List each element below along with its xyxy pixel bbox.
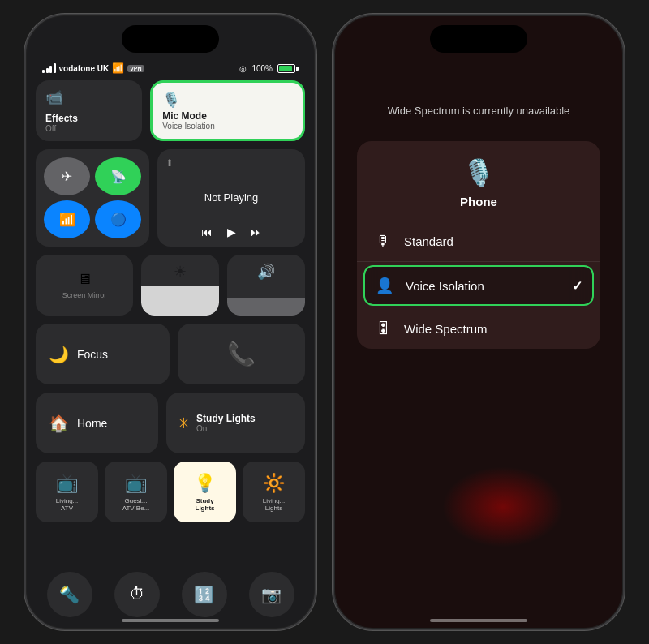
np-controls: ⏮ ▶ ⏭ xyxy=(165,225,297,238)
mic-card-icon: 🎙️ xyxy=(462,157,495,188)
bottom-toolbar: 🔦 ⏱ 🔢 📷 xyxy=(36,568,305,620)
status-bar-left: vodafone UK 📶 VPN ◎ 100% xyxy=(26,60,315,76)
mic-mode-tile[interactable]: 🎙️ Mic Mode Voice Isolation xyxy=(150,80,305,141)
location-icon: ◎ xyxy=(239,64,247,73)
study-lights-tile[interactable]: ✳ Study Lights On xyxy=(166,393,305,453)
effects-tile[interactable]: 📹 Effects Off xyxy=(36,80,142,141)
wide-spectrum-label: Wide Spectrum xyxy=(404,322,584,336)
app-label-study-lights: StudyLights xyxy=(196,497,215,512)
mic-card-label: Phone xyxy=(460,195,497,208)
cc-content: 📹 Effects Off 🎙️ Mic Mode Voice Isolatio… xyxy=(36,80,305,564)
focus-icon: 🌙 xyxy=(49,345,69,364)
screen-mirror-tile[interactable]: 🖥 Screen Mirror xyxy=(36,255,133,316)
app-label-living-lights: Living...Lights xyxy=(263,497,286,512)
np-play-btn[interactable]: ▶ xyxy=(227,225,236,238)
airplane-mode-btn[interactable]: ✈ xyxy=(44,157,90,195)
standard-option[interactable]: 🎙 Standard xyxy=(357,221,600,262)
effects-icon: 📹 xyxy=(45,88,63,106)
voice-isolation-option[interactable]: 👤 Voice Isolation ✓ xyxy=(363,265,594,306)
volume-icon: 🔊 xyxy=(257,263,275,281)
apple-tv-icon-1: 📺 xyxy=(56,473,78,494)
focus-label: Focus xyxy=(77,348,108,361)
vpn-badge: VPN xyxy=(127,65,144,72)
cc-content-right: Wide Spectrum is currently unavailable 🎙… xyxy=(334,80,623,629)
mic-card-header: 🎙️ Phone xyxy=(357,141,600,221)
home-label: Home xyxy=(77,417,107,430)
lamp-icon: 🔆 xyxy=(263,473,285,494)
status-right: ◎ 100% xyxy=(239,64,299,73)
connectivity-tile: ✈ 📡 📶 🔵 xyxy=(36,149,149,247)
red-glow xyxy=(442,466,564,547)
mid-row: ✈ 📡 📶 🔵 ⬆ Not Playing ⏮ ▶ ⏭ xyxy=(36,149,305,247)
focus-row: 🌙 Focus 📞 xyxy=(36,324,305,384)
bulb-icon: 💡 xyxy=(194,473,216,494)
volume-fill xyxy=(227,298,305,316)
home-icon: 🏠 xyxy=(49,414,69,433)
np-prev-btn[interactable]: ⏮ xyxy=(201,225,213,238)
voice-isolation-icon: 👤 xyxy=(375,277,394,294)
unavailable-text: Wide Spectrum is currently unavailable xyxy=(388,105,570,117)
screen-mirror-label: Screen Mirror xyxy=(62,291,107,299)
battery-pct: 100% xyxy=(251,64,273,73)
study-lights-sub: On xyxy=(196,424,256,433)
np-next-btn[interactable]: ⏭ xyxy=(251,225,262,238)
mic-icon: 🎙️ xyxy=(162,91,180,109)
left-phone: vodafone UK 📶 VPN ◎ 100% Phone › 📹 Effec… xyxy=(24,14,316,630)
status-left: vodafone UK 📶 VPN xyxy=(42,62,144,74)
phone-dialer-tile[interactable]: 📞 xyxy=(178,324,305,384)
mic-label: Mic Mode xyxy=(162,110,215,122)
timer-btn[interactable]: ⏱ xyxy=(114,572,160,617)
wifi-icon: 📶 xyxy=(112,62,124,74)
dynamic-island-right xyxy=(430,25,527,53)
voice-isolation-label: Voice Isolation xyxy=(406,279,561,293)
wide-spectrum-icon: 🎛 xyxy=(373,320,393,337)
home-indicator-right xyxy=(430,619,527,622)
dynamic-island-left xyxy=(122,25,219,53)
standard-icon: 🎙 xyxy=(373,233,393,250)
home-row: 🏠 Home ✳ Study Lights On xyxy=(36,393,305,453)
home-indicator-left xyxy=(122,619,219,622)
app-label-guest-atv: Guest...ATV Be... xyxy=(122,497,150,512)
app-tile-living-lights[interactable]: 🔆 Living...Lights xyxy=(243,462,305,522)
app-tile-study-lights[interactable]: 💡 StudyLights xyxy=(174,462,236,522)
battery-icon xyxy=(277,64,299,73)
screen-mirror-icon: 🖥 xyxy=(77,271,92,288)
app-label-living-atv: Living...ATV xyxy=(56,497,79,512)
phone-dialer-icon: 📞 xyxy=(227,341,256,367)
np-label: Not Playing xyxy=(165,191,297,204)
effects-sub: Off xyxy=(45,124,78,133)
home-tile[interactable]: 🏠 Home xyxy=(36,393,158,453)
camera-btn[interactable]: 📷 xyxy=(249,572,294,617)
mic-sub: Voice Isolation xyxy=(162,122,215,131)
brightness-fill xyxy=(141,286,219,316)
tools-row: 🖥 Screen Mirror ☀ 🔊 xyxy=(36,255,305,316)
right-phone: Wide Spectrum is currently unavailable 🎙… xyxy=(333,14,625,630)
bluetooth-btn[interactable]: 🔵 xyxy=(95,200,141,238)
study-lights-icon: ✳ xyxy=(178,414,190,432)
cellular-btn[interactable]: 📡 xyxy=(95,157,141,195)
app-tile-guest-atv[interactable]: 📺 Guest...ATV Be... xyxy=(105,462,167,522)
top-row: 📹 Effects Off 🎙️ Mic Mode Voice Isolatio… xyxy=(36,80,305,141)
flashlight-btn[interactable]: 🔦 xyxy=(47,572,92,617)
volume-tile[interactable]: 🔊 xyxy=(227,255,305,316)
app-tile-living-atv[interactable]: 📺 Living...ATV xyxy=(36,462,98,522)
focus-tile[interactable]: 🌙 Focus xyxy=(36,324,170,384)
brightness-icon: ☀ xyxy=(174,263,187,281)
study-lights-label: Study Lights xyxy=(196,413,256,424)
voice-isolation-check: ✓ xyxy=(572,278,582,294)
signal-bars xyxy=(42,63,56,73)
study-lights-text: Study Lights On xyxy=(196,413,256,433)
wide-spectrum-option[interactable]: 🎛 Wide Spectrum xyxy=(357,309,600,349)
wifi-btn[interactable]: 📶 xyxy=(44,200,90,238)
standard-label: Standard xyxy=(404,234,584,248)
mic-mode-card: 🎙️ Phone 🎙 Standard 👤 Voice Isolation ✓ … xyxy=(357,141,600,349)
apps-row: 📺 Living...ATV 📺 Guest...ATV Be... 💡 Stu… xyxy=(36,462,305,522)
brightness-tile[interactable]: ☀ xyxy=(141,255,219,316)
np-header: ⬆ xyxy=(165,157,297,169)
np-airplay-icon: ⬆ xyxy=(165,157,174,169)
now-playing-tile: ⬆ Not Playing ⏮ ▶ ⏭ xyxy=(157,149,305,247)
carrier-label: vodafone UK xyxy=(59,64,110,73)
calculator-btn[interactable]: 🔢 xyxy=(182,572,227,617)
effects-label: Effects xyxy=(45,113,78,124)
apple-tv-icon-2: 📺 xyxy=(125,473,147,494)
